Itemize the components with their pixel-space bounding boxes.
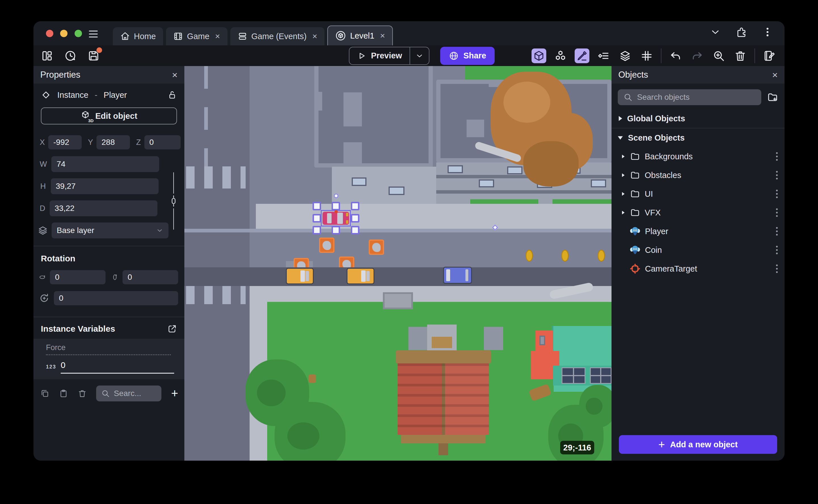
edit-tool-pencil-icon[interactable] [575,48,589,63]
coin-instance[interactable] [598,250,605,262]
tab-level1[interactable]: Level1 × [327,26,393,45]
layers-icon[interactable] [618,48,633,63]
zoom-in-icon[interactable] [711,48,726,63]
close-tab-icon[interactable]: × [380,31,385,41]
blue-car-instance[interactable] [443,267,472,284]
paste-icon[interactable] [59,388,68,399]
resize-handle[interactable] [351,202,359,210]
kebab-menu-icon[interactable] [776,246,778,254]
yellow-car-instance[interactable] [286,268,314,284]
yellow-car-instance[interactable] [346,268,374,284]
tab-game[interactable]: Game × [166,27,227,45]
share-button[interactable]: Share [440,47,495,65]
hamburger-menu-icon[interactable] [87,28,99,41]
object-folder-obstacles[interactable]: Obstacles [612,166,785,185]
object-camera-target[interactable]: CameraTarget [612,259,785,278]
rotation-z-input[interactable] [54,291,178,305]
kebab-menu-icon[interactable] [776,227,778,236]
x-input[interactable] [48,135,82,149]
gray-gate[interactable] [383,292,413,309]
kebab-menu-icon[interactable] [776,152,778,161]
number-type-icon[interactable]: 123 [46,364,56,370]
y-input[interactable] [96,135,130,149]
object-folder-vfx[interactable]: VFX [612,203,785,222]
open-variables-external-icon[interactable] [167,324,177,334]
crate-instance[interactable] [369,240,384,255]
chevron-down-icon [415,52,424,60]
scene-properties-notebook-icon[interactable] [762,48,777,63]
tab-game-events[interactable]: Game (Events) × [230,27,325,45]
history-icon[interactable] [63,48,78,63]
building-roof[interactable] [314,66,433,168]
resize-handle[interactable] [312,226,321,234]
resize-handle[interactable] [351,226,359,234]
resize-handle[interactable] [331,202,340,210]
variable-value-input[interactable] [61,360,174,374]
minimize-window-light[interactable] [60,30,67,37]
preview-options-dropdown[interactable] [410,47,429,64]
kebab-menu-icon[interactable] [776,264,778,273]
object-folder-ui[interactable]: UI [612,185,785,203]
undo-icon[interactable] [668,48,683,63]
objects-stack-icon[interactable] [553,48,568,63]
rotation-y-input[interactable] [122,270,178,284]
save-icon[interactable] [86,48,101,63]
copy-icon[interactable] [40,388,49,399]
crate-instance[interactable] [319,238,334,253]
redo-icon[interactable] [690,48,705,63]
objects-search[interactable]: Search objects [618,89,761,105]
coin-instance[interactable] [526,250,533,262]
toggle-3d-view-icon[interactable] [532,48,546,63]
preview-label: Preview [371,51,402,60]
scene-canvas[interactable]: 29;-116 [184,66,612,461]
preview-button[interactable]: Preview [349,47,430,65]
rotation-handle[interactable] [334,194,338,198]
coin-instance[interactable] [561,250,569,262]
resize-handle[interactable] [331,226,340,234]
group-global-objects[interactable]: Global Objects [612,109,785,128]
grid-icon[interactable] [639,48,654,63]
layer-select[interactable]: Base layer [52,223,168,238]
trash-icon[interactable] [733,48,748,63]
rotation-x-input[interactable] [50,270,105,284]
tree-instance[interactable] [274,402,345,461]
edit-object-button[interactable]: 3D Edit object [41,107,177,124]
link-dimensions-icon[interactable] [169,195,178,207]
browser-menu-dots-icon[interactable] [762,26,773,38]
zoom-window-light[interactable] [75,30,82,37]
panels-layout-icon[interactable] [40,48,54,63]
resize-handle[interactable] [312,214,321,223]
add-variable-button[interactable]: + [171,387,178,400]
close-tab-icon[interactable]: × [312,31,317,41]
close-tab-icon[interactable]: × [215,31,220,41]
depth-input[interactable] [50,200,157,216]
variable-name-input[interactable] [46,343,171,355]
chevron-down-icon[interactable] [710,26,721,38]
kebab-menu-icon[interactable] [776,190,778,198]
resize-handle[interactable] [312,202,321,210]
width-input[interactable] [51,156,159,172]
delete-variable-icon[interactable] [78,388,87,399]
tab-home[interactable]: Home [113,27,163,45]
add-folder-icon[interactable] [767,92,778,103]
object-label: Obstacles [645,171,681,180]
close-objects-icon[interactable]: × [772,69,778,81]
variables-search[interactable]: Searc... [96,386,161,401]
group-scene-objects[interactable]: Scene Objects [612,128,785,147]
object-folder-backgrounds[interactable]: Backgrounds [612,147,785,166]
height-input[interactable] [51,178,158,194]
instances-list-icon[interactable] [596,48,611,63]
close-window-light[interactable] [46,30,53,37]
unlock-icon[interactable] [167,90,177,100]
kebab-menu-icon[interactable] [776,171,778,179]
z-input[interactable] [144,135,181,149]
object-coin[interactable]: Coin [612,241,785,259]
extensions-puzzle-icon[interactable] [736,26,747,38]
add-new-object-button[interactable]: + Add a new object [619,435,777,454]
close-properties-icon[interactable]: × [172,69,177,81]
object-player[interactable]: Player [612,222,785,241]
tree-instance[interactable] [579,385,612,427]
player-car-selected[interactable] [322,212,349,225]
resize-handle[interactable] [351,214,359,223]
kebab-menu-icon[interactable] [776,208,778,217]
